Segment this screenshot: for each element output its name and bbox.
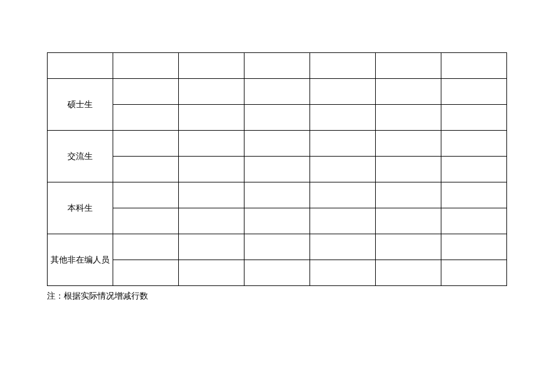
- table-cell: [441, 208, 507, 234]
- table-cell: [113, 260, 179, 286]
- table-cell: [441, 157, 507, 182]
- table-cell: [244, 131, 310, 157]
- table-cell: [310, 79, 376, 105]
- table-row: [48, 53, 507, 79]
- table-cell: [310, 131, 376, 157]
- table-row: 其他非在编人员: [48, 234, 507, 260]
- table-cell: [179, 131, 244, 157]
- table-cell: [310, 157, 376, 182]
- table-cell: [376, 157, 441, 182]
- row-label-undergrad: 本科生: [48, 182, 113, 234]
- table-row: 交流生: [48, 131, 507, 157]
- table-cell: [244, 234, 310, 260]
- table-cell: [113, 157, 179, 182]
- personnel-table: 硕士生 交流生: [47, 52, 507, 286]
- table-container: 硕士生 交流生: [47, 52, 507, 302]
- table-cell: [441, 260, 507, 286]
- table-cell: [376, 131, 441, 157]
- table-cell: [441, 79, 507, 105]
- table-cell: [179, 105, 244, 131]
- table-cell: [376, 53, 441, 79]
- table-row: 本科生: [48, 182, 507, 208]
- table-note: 注：根据实际情况增减行数: [47, 291, 507, 302]
- table-cell: [179, 260, 244, 286]
- table-cell: [179, 53, 244, 79]
- table-cell: [376, 208, 441, 234]
- table-cell: [244, 260, 310, 286]
- table-cell: [179, 157, 244, 182]
- table-cell: [310, 234, 376, 260]
- table-cell: [441, 53, 507, 79]
- row-label-masters: 硕士生: [48, 79, 113, 131]
- table-cell: [441, 182, 507, 208]
- table-cell: [179, 79, 244, 105]
- table-cell: [376, 234, 441, 260]
- row-label: [48, 53, 113, 79]
- row-label-exchange: 交流生: [48, 131, 113, 182]
- table-cell: [441, 234, 507, 260]
- table-cell: [376, 105, 441, 131]
- table-cell: [179, 208, 244, 234]
- table-row: [48, 208, 507, 234]
- table-row: [48, 260, 507, 286]
- table-cell: [441, 131, 507, 157]
- table-cell: [244, 79, 310, 105]
- table-row: 硕士生: [48, 79, 507, 105]
- table-cell: [113, 234, 179, 260]
- table-cell: [179, 234, 244, 260]
- table-cell: [244, 157, 310, 182]
- table-cell: [113, 208, 179, 234]
- table-row: [48, 157, 507, 182]
- table-cell: [113, 79, 179, 105]
- table-cell: [244, 105, 310, 131]
- table-cell: [310, 53, 376, 79]
- row-label-other: 其他非在编人员: [48, 234, 113, 286]
- table-cell: [244, 208, 310, 234]
- table-cell: [441, 105, 507, 131]
- table-cell: [113, 53, 179, 79]
- table-cell: [179, 182, 244, 208]
- table-cell: [113, 131, 179, 157]
- table-cell: [113, 182, 179, 208]
- table-cell: [113, 105, 179, 131]
- table-cell: [310, 182, 376, 208]
- table-cell: [310, 105, 376, 131]
- table-cell: [310, 260, 376, 286]
- table-cell: [376, 79, 441, 105]
- table-cell: [244, 53, 310, 79]
- table-cell: [376, 182, 441, 208]
- table-row: [48, 105, 507, 131]
- table-cell: [376, 260, 441, 286]
- table-cell: [310, 208, 376, 234]
- table-cell: [244, 182, 310, 208]
